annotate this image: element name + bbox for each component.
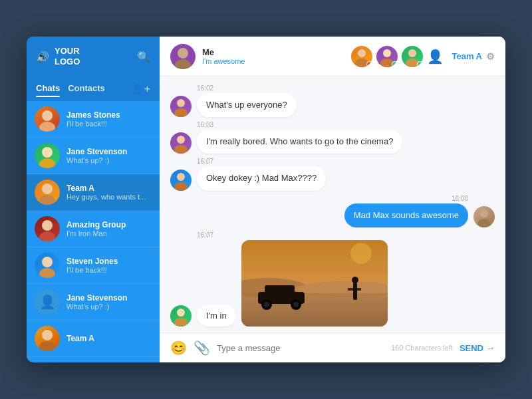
- svg-point-4: [42, 184, 53, 194]
- svg-point-0: [42, 110, 53, 121]
- member-avatar: [376, 46, 398, 67]
- contact-item[interactable]: Amazing Group I'm Iron Man: [27, 211, 160, 247]
- contact-info: Team A: [66, 334, 152, 343]
- tab-chats[interactable]: Chats: [36, 80, 60, 97]
- contact-name: Steven Jones: [66, 257, 152, 266]
- contact-preview: Hey guys, who wants t...: [66, 193, 152, 201]
- svg-rect-43: [348, 288, 361, 291]
- contact-name: Team A: [66, 184, 152, 193]
- contact-name: Jane Stevenson: [66, 293, 152, 303]
- member-avatar: [351, 46, 372, 67]
- gear-icon[interactable]: ⚙: [486, 51, 495, 62]
- add-contact-icon[interactable]: 👤+: [131, 82, 150, 95]
- sidebar-header: 🔊 YOURLOGO 🔍: [27, 37, 160, 76]
- msg-bubble: Okey dokey :) Mad Max????: [197, 166, 326, 190]
- speaker-icon: 🔊: [36, 51, 49, 63]
- svg-point-1: [39, 122, 55, 132]
- contact-item[interactable]: 👤 Jane Stevenson What's up? :): [27, 284, 160, 321]
- chat-header-name: Me: [202, 47, 245, 57]
- main-chat: Me I'm awesome 👤: [160, 37, 505, 362]
- svg-point-25: [174, 182, 188, 191]
- svg-point-27: [477, 219, 491, 227]
- msg-content: 16:07 I'm in: [197, 231, 388, 327]
- sidebar-tabs: Chats Contacts 👤+: [27, 76, 160, 101]
- attach-button[interactable]: 📎: [194, 340, 210, 356]
- contact-item[interactable]: Steven Jones I'll be back!!!: [27, 247, 160, 284]
- avatar: 👤: [35, 289, 60, 315]
- send-arrow-icon: →: [486, 343, 495, 353]
- contact-preview: I'll be back!!!: [66, 266, 152, 274]
- app-container: 🔊 YOURLOGO 🔍 Chats Contacts 👤+ James Sto…: [27, 37, 505, 362]
- search-icon[interactable]: 🔍: [137, 51, 150, 63]
- message-row-outgoing: 16:08 Mad Max sounds awesome: [170, 195, 495, 227]
- svg-point-3: [39, 158, 55, 168]
- contact-preview: I'm Iron Man: [66, 229, 152, 237]
- svg-point-16: [383, 49, 391, 57]
- svg-point-5: [39, 195, 55, 205]
- svg-point-12: [178, 48, 188, 59]
- contact-name: Amazing Group: [66, 220, 152, 229]
- logo-area: 🔊 YOURLOGO: [36, 46, 80, 66]
- svg-point-20: [177, 99, 185, 107]
- chat-input-bar: 😊 📎 160 Characters left SEND →: [160, 332, 505, 362]
- contact-info: Jane Stevenson What's up? :): [66, 293, 152, 311]
- send-button[interactable]: SEND →: [460, 343, 495, 353]
- msg-bubble: Mad Max sounds awesome: [344, 203, 468, 227]
- messages-area: 16:02 What's up everyone? 16:03 I'm real…: [160, 76, 505, 332]
- contact-name: Team A: [66, 334, 152, 343]
- chat-header-left: Me I'm awesome: [170, 44, 343, 69]
- chat-header-info: Me I'm awesome: [202, 47, 245, 65]
- svg-point-23: [174, 145, 188, 154]
- svg-point-14: [358, 49, 366, 57]
- msg-avatar: [170, 170, 192, 191]
- contact-item[interactable]: James Stones I'll be back!!!: [27, 101, 160, 138]
- svg-rect-36: [265, 285, 295, 296]
- msg-avatar: [170, 96, 192, 117]
- team-label: Team A: [452, 51, 482, 61]
- svg-point-42: [352, 277, 358, 283]
- svg-point-2: [42, 147, 53, 158]
- image-bubble: [241, 240, 388, 327]
- msg-time: 16:02: [197, 84, 297, 92]
- msg-content: 16:08 Mad Max sounds awesome: [344, 195, 468, 227]
- svg-rect-41: [353, 283, 357, 300]
- member-avatar: [402, 46, 423, 67]
- contact-item-active[interactable]: Team A Hey guys, who wants t...: [27, 174, 160, 211]
- contact-list: James Stones I'll be back!!! Jane Steven…: [27, 101, 160, 362]
- add-member-icon[interactable]: 👤: [427, 49, 444, 65]
- header-avatars: 👤: [351, 46, 444, 67]
- avatar: [35, 180, 60, 205]
- svg-point-26: [480, 209, 488, 217]
- msg-with-image: I'm in: [197, 240, 388, 327]
- message-row: 16:03 I'm really bored. Who wants to go …: [170, 121, 495, 154]
- contact-info: Amazing Group I'm Iron Man: [66, 220, 152, 237]
- msg-content: 16:02 What's up everyone?: [197, 84, 297, 117]
- message-row: 16:07 Okey dokey :) Mad Max????: [170, 158, 495, 190]
- svg-point-38: [264, 302, 269, 307]
- message-row-with-image: 16:07 I'm in: [170, 231, 495, 327]
- msg-avatar: [473, 206, 495, 227]
- msg-bubble: What's up everyone?: [197, 93, 297, 117]
- avatar: [35, 326, 60, 351]
- contact-preview: What's up? :): [66, 156, 152, 164]
- avatar: [35, 143, 60, 168]
- avatar: [35, 216, 60, 241]
- svg-point-44: [350, 243, 372, 264]
- avatar: [35, 253, 60, 278]
- svg-point-28: [177, 309, 185, 317]
- contact-info: Team A Hey guys, who wants t...: [66, 184, 152, 201]
- emoji-button[interactable]: 😊: [170, 340, 187, 356]
- msg-content: 16:03 I'm really bored. Who wants to go …: [197, 121, 402, 154]
- svg-point-7: [39, 231, 55, 241]
- svg-point-18: [408, 49, 416, 57]
- svg-point-22: [177, 136, 185, 144]
- contact-item[interactable]: Team A: [27, 321, 160, 357]
- contact-item[interactable]: Jane Stevenson What's up? :): [27, 138, 160, 174]
- msg-content: 16:07 Okey dokey :) Mad Max????: [197, 158, 326, 190]
- contact-preview: I'll be back!!!: [66, 120, 152, 128]
- message-input[interactable]: [217, 343, 384, 353]
- sidebar: 🔊 YOURLOGO 🔍 Chats Contacts 👤+ James Sto…: [27, 37, 160, 362]
- tab-contacts[interactable]: Contacts: [68, 80, 105, 97]
- chat-avatar-main: [170, 44, 196, 69]
- chat-header: Me I'm awesome 👤: [160, 37, 505, 76]
